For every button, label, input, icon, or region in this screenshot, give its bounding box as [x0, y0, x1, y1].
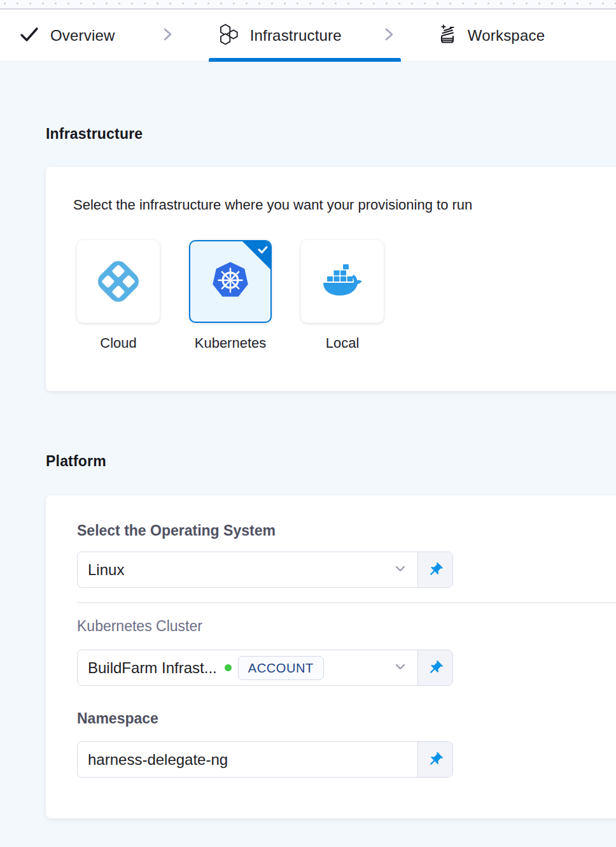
namespace-pin-button[interactable]: [417, 742, 452, 777]
cluster-field-label: Kubernetes Cluster: [77, 618, 202, 635]
cluster-pin-button[interactable]: [417, 650, 452, 685]
platform-card: Select the Operating System Linux Kubern…: [46, 495, 616, 818]
pushpin-icon: [424, 748, 447, 771]
kubernetes-icon: [211, 260, 250, 302]
chevron-right-icon: [160, 26, 176, 45]
kubernetes-label: Kubernetes: [189, 335, 272, 352]
selected-check-icon: [258, 245, 268, 254]
docker-icon: [322, 263, 363, 300]
tab-infrastructure[interactable]: Infrastructure: [218, 24, 342, 48]
cloud-label: Cloud: [77, 335, 160, 352]
top-dotted-strip: [0, 0, 616, 10]
infrastructure-step-page: Infrastructure Select the infrastructure…: [0, 62, 616, 847]
local-label: Local: [301, 335, 384, 352]
local-tile[interactable]: [301, 240, 384, 323]
chevron-down-icon: [393, 660, 407, 676]
cluster-select[interactable]: BuildFarm Infrast... ACCOUNT: [78, 650, 417, 685]
section-divider: [77, 602, 616, 603]
cluster-input-group: BuildFarm Infrast... ACCOUNT: [77, 650, 453, 686]
infrastructure-section-heading: Infrastructure: [46, 125, 143, 143]
os-input-group: Linux: [77, 552, 453, 588]
chevron-down-icon: [393, 562, 407, 578]
os-select-value: Linux: [88, 561, 124, 579]
cluster-select-value: BuildFarm Infrast...: [88, 659, 217, 677]
tab-infrastructure-label: Infrastructure: [250, 27, 342, 45]
platform-section-heading: Platform: [46, 453, 106, 470]
scope-badge: ACCOUNT: [238, 656, 324, 680]
infrastructure-options: Cloud: [77, 240, 384, 352]
os-select[interactable]: Linux: [78, 552, 417, 587]
workspace-icon: [436, 24, 459, 48]
namespace-field-label: Namespace: [77, 710, 158, 727]
tab-overview[interactable]: Overview: [19, 24, 115, 47]
pushpin-icon: [424, 558, 447, 581]
check-icon: [19, 24, 39, 47]
os-pin-button[interactable]: [417, 552, 452, 587]
option-cloud: Cloud: [77, 240, 160, 352]
connector-status-dot: [225, 664, 232, 671]
namespace-input[interactable]: [78, 742, 417, 777]
option-kubernetes: Kubernetes: [189, 240, 272, 352]
tab-overview-label: Overview: [50, 27, 115, 45]
tab-workspace[interactable]: Workspace: [436, 24, 545, 48]
infrastructure-card: Select the infrastructure where you want…: [46, 167, 616, 391]
pushpin-icon: [424, 656, 447, 680]
cloud-tile[interactable]: [77, 240, 160, 323]
tab-workspace-label: Workspace: [468, 27, 545, 45]
namespace-input-group: [77, 741, 453, 778]
step-tabbar: Overview Infrastructure: [0, 10, 616, 62]
infrastructure-prompt: Select the infrastructure where you want…: [73, 197, 472, 213]
infrastructure-icon: [218, 24, 239, 48]
option-local: Local: [301, 240, 384, 352]
chevron-right-icon: [381, 26, 398, 45]
cloud-icon: [94, 257, 143, 306]
os-field-label: Select the Operating System: [77, 522, 276, 539]
kubernetes-tile[interactable]: [189, 240, 272, 323]
